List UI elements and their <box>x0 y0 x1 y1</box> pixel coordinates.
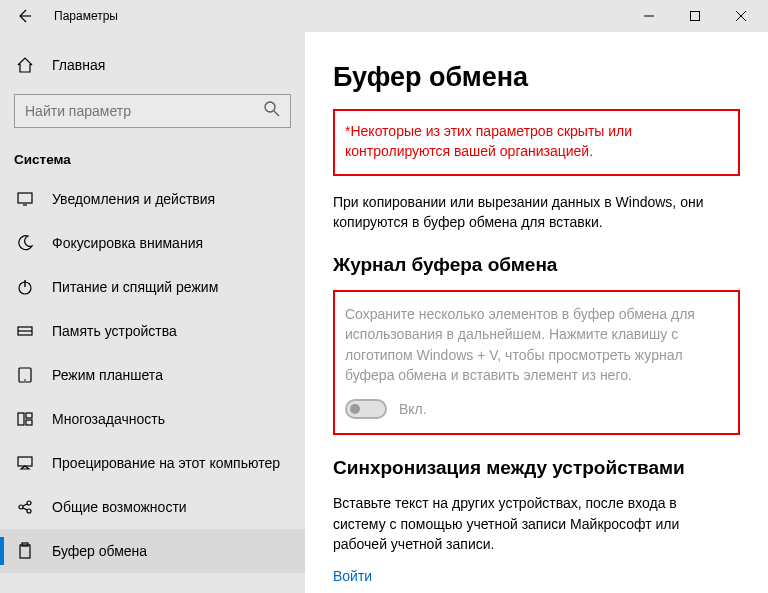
history-toggle-label: Вкл. <box>399 401 427 417</box>
policy-warning-text: *Некоторые из этих параметров скрыты или… <box>345 121 722 162</box>
svg-rect-9 <box>26 420 32 425</box>
nav-item-storage[interactable]: Память устройства <box>0 309 305 353</box>
tablet-icon <box>14 364 36 386</box>
svg-point-13 <box>27 509 31 513</box>
svg-point-6 <box>24 379 26 381</box>
window-titlebar: Параметры <box>0 0 768 32</box>
svg-rect-8 <box>26 413 32 418</box>
nav-item-shared[interactable]: Общие возможности <box>0 485 305 529</box>
svg-point-11 <box>19 505 23 509</box>
nav-label: Фокусировка внимания <box>52 235 203 251</box>
svg-rect-14 <box>20 545 30 558</box>
sync-heading: Синхронизация между устройствами <box>333 457 740 479</box>
nav-item-projecting[interactable]: Проецирование на этот компьютер <box>0 441 305 485</box>
svg-rect-7 <box>18 413 24 425</box>
sync-desc: Вставьте текст на других устройствах, по… <box>333 493 733 554</box>
nav-label: Режим планшета <box>52 367 163 383</box>
policy-warning-box: *Некоторые из этих параметров скрыты или… <box>333 109 740 176</box>
nav-label: Общие возможности <box>52 499 187 515</box>
history-desc: Сохраните несколько элементов в буфер об… <box>345 304 722 385</box>
nav-label: Память устройства <box>52 323 177 339</box>
power-icon <box>14 276 36 298</box>
history-heading: Журнал буфера обмена <box>333 254 740 276</box>
project-icon <box>14 452 36 474</box>
main-content: Буфер обмена *Некоторые из этих параметр… <box>305 32 768 593</box>
maximize-button[interactable] <box>672 0 718 32</box>
minimize-button[interactable] <box>626 0 672 32</box>
nav-label: Проецирование на этот компьютер <box>52 455 280 471</box>
nav-item-clipboard[interactable]: Буфер обмена <box>0 529 305 573</box>
nav-item-power[interactable]: Питание и спящий режим <box>0 265 305 309</box>
nav-item-focus[interactable]: Фокусировка внимания <box>0 221 305 265</box>
search-input[interactable] <box>14 94 291 128</box>
svg-rect-0 <box>691 12 700 21</box>
close-icon <box>736 11 746 21</box>
group-title-system: Система <box>0 146 305 177</box>
home-link[interactable]: Главная <box>0 46 305 84</box>
maximize-icon <box>690 11 700 21</box>
svg-point-12 <box>27 501 31 505</box>
nav-label: Уведомления и действия <box>52 191 215 207</box>
clipboard-icon <box>14 540 36 562</box>
svg-rect-2 <box>18 193 32 203</box>
storage-icon <box>14 320 36 342</box>
home-icon <box>14 54 36 76</box>
share-icon <box>14 496 36 518</box>
nav-item-notifications[interactable]: Уведомления и действия <box>0 177 305 221</box>
search-icon <box>263 100 283 120</box>
history-disabled-box: Сохраните несколько элементов в буфер об… <box>333 290 740 435</box>
notification-icon <box>14 188 36 210</box>
moon-icon <box>14 232 36 254</box>
minimize-icon <box>644 11 654 21</box>
page-title: Буфер обмена <box>333 62 740 93</box>
svg-point-1 <box>265 102 275 112</box>
nav-label: Питание и спящий режим <box>52 279 218 295</box>
home-label: Главная <box>52 57 105 73</box>
nav-item-tablet[interactable]: Режим планшета <box>0 353 305 397</box>
back-button[interactable] <box>12 4 36 28</box>
nav-label: Буфер обмена <box>52 543 147 559</box>
clipboard-intro: При копировании или вырезании данных в W… <box>333 192 733 233</box>
sidebar: Главная Система Уведомления и действия <box>0 32 305 593</box>
history-toggle <box>345 399 387 419</box>
nav-item-multitask[interactable]: Многозадачность <box>0 397 305 441</box>
nav-label: Многозадачность <box>52 411 165 427</box>
sign-in-link[interactable]: Войти <box>333 568 372 584</box>
multitask-icon <box>14 408 36 430</box>
close-button[interactable] <box>718 0 764 32</box>
arrow-left-icon <box>16 8 32 24</box>
svg-rect-10 <box>18 457 32 466</box>
window-title: Параметры <box>54 9 626 23</box>
